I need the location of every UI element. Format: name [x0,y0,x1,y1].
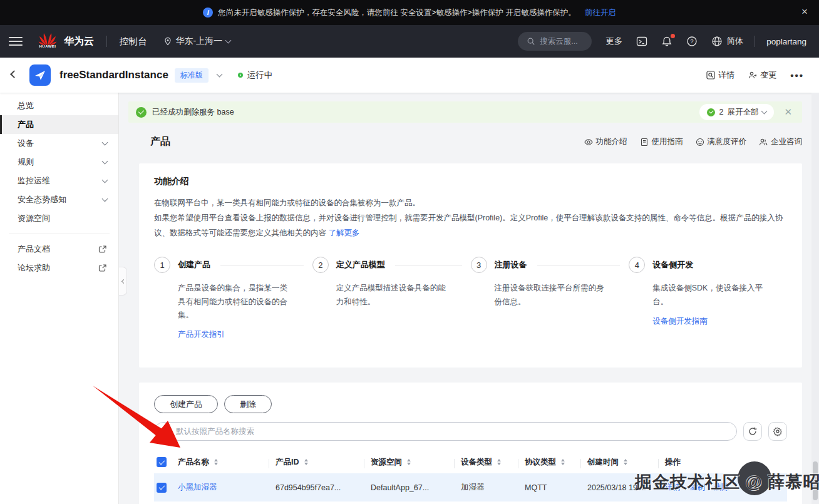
enterprise-consult-link[interactable]: 企业咨询 [759,136,802,147]
sidebar-item-monitoring[interactable]: 监控运维 [0,172,118,190]
sort-icon[interactable] [624,459,627,465]
eye-icon [584,138,593,147]
banner-close-icon[interactable]: × [801,6,808,17]
table-settings-button[interactable] [768,422,787,441]
region-selector[interactable]: 华东-上海一 [163,36,231,47]
cloud-search-input[interactable] [540,37,590,46]
column-header-name[interactable]: 产品名称 [178,457,276,468]
toast-close-icon[interactable]: ✕ [784,106,792,118]
intro-title: 功能介绍 [154,176,787,187]
resource-space-cell: DefaultApp_67... [371,483,461,492]
column-header-space[interactable]: 资源空间 [371,457,461,468]
more-menu[interactable]: 更多 [605,36,622,47]
sidebar-item-resource-spaces[interactable]: 资源空间 [0,209,118,228]
sort-icon[interactable] [407,459,411,465]
steps-row: 1 创建产品 产品是设备的集合，是指某一类具有相同能力或特征的设备的合集。 产品… [154,257,787,340]
header-divider [106,36,107,47]
sidebar-item-products[interactable]: 产品 [0,115,118,134]
huawei-cloud-logo[interactable]: HUAWEI 华为云 [36,32,94,51]
column-header-device-type[interactable]: 设备类型 [461,457,525,468]
column-header-id[interactable]: 产品ID [276,457,371,468]
step-description: 产品是设备的集合，是指某一类具有相同能力或特征的设备的合集。 [178,282,294,322]
people-icon [759,138,768,147]
satisfaction-feedback-link[interactable]: 满意度评价 [696,136,747,147]
notifications-bell-icon[interactable] [661,36,672,47]
row-checkbox[interactable] [157,483,167,493]
sidebar-item-rules[interactable]: 规则 [0,153,118,172]
step-number: 1 [154,257,170,273]
product-search-input[interactable] [176,427,729,436]
huawei-logo-text: HUAWEI [39,44,56,48]
instance-change-button[interactable]: 变更 [748,69,776,81]
refresh-button[interactable] [743,422,762,441]
help-icon[interactable]: ? [686,36,698,47]
sidebar-item-product-docs[interactable]: 产品文档 [0,240,118,259]
step-define-model: 2 定义产品模型 定义产品模型描述设备具备的能力和特性。 [312,257,471,340]
toast-message: 已经成功删除服务 base [152,107,234,118]
protocol-cell: MQTT [525,483,587,492]
console-header: HUAWEI 华为云 控制台 华东-上海一 更多 ? 简体 poplartang [0,25,819,58]
column-header-created[interactable]: 创建时间 [587,457,665,468]
page-title: 产品 [150,135,170,148]
guide-doc-icon [640,138,649,147]
watermark-text: 掘金技术社区 @ 薛慕昭 [635,471,819,493]
cli-icon[interactable] [636,36,647,47]
user-guide-link[interactable]: 使用指南 [640,136,683,147]
sidebar-item-forum-help[interactable]: 论坛求助 [0,259,118,277]
product-search-box[interactable] [154,422,737,441]
banner-open-link[interactable]: 前往开启 [585,8,616,18]
username[interactable]: poplartang [766,37,806,46]
delete-button[interactable]: 删除 [224,395,272,413]
sort-icon[interactable] [561,459,565,465]
toast-expand-all[interactable]: 2 展开全部 [699,104,774,120]
instance-detail-button[interactable]: 详情 [706,69,734,81]
status-running-icon [238,73,243,78]
step-title: 定义产品模型 [336,259,385,270]
sort-icon[interactable] [304,459,308,465]
console-link[interactable]: 控制台 [120,36,147,48]
step-title: 创建产品 [178,259,210,270]
learn-more-link[interactable]: 了解更多 [328,229,359,237]
toast-expand-label: 展开全部 [727,107,758,118]
toast-count: 2 [719,108,723,116]
language-switcher[interactable]: 简体 [711,36,743,47]
step-number: 2 [312,257,329,273]
step-title: 设备侧开发 [652,259,693,270]
red-arrow-annotation [86,381,193,457]
step-device-dev: 4 设备侧开发 集成设备侧SDK，使设备接入平台。 设备侧开发指南 [629,257,787,340]
feature-intro-link[interactable]: 功能介绍 [584,136,627,147]
sidebar-collapse-handle[interactable] [119,267,127,296]
step-description: 定义产品模型描述设备具备的能力和特性。 [336,282,452,309]
product-dev-guide-link[interactable]: 产品开发指引 [178,329,225,340]
instance-more-button[interactable]: ••• [790,70,804,81]
success-toast: 已经成功删除服务 base 2 展开全部 ✕ [128,101,802,123]
step-number: 3 [471,257,487,273]
refresh-icon [748,426,758,436]
column-header-protocol[interactable]: 协议类型 [525,457,587,468]
chevron-down-icon [102,196,108,202]
detail-icon [706,71,715,80]
instance-name: freeStandardInstance [59,69,168,81]
success-check-icon [136,107,147,118]
back-button[interactable] [11,73,17,77]
sort-icon[interactable] [214,459,218,465]
region-label: 华东-上海一 [176,36,223,47]
location-pin-icon [163,37,172,46]
gear-icon [773,426,783,436]
device-dev-guide-link[interactable]: 设备侧开发指南 [652,316,708,327]
info-icon: i [203,8,213,18]
instance-switch-chevron-icon[interactable] [216,71,222,78]
select-all-checkbox[interactable] [157,457,167,467]
instance-edition-badge: 标准版 [175,68,209,83]
sort-icon[interactable] [497,459,501,465]
chevron-down-icon [102,177,108,183]
sidebar-item-overview[interactable]: 总览 [0,96,118,115]
product-name-link[interactable]: 小黑加湿器 [178,482,217,493]
scrollbar-track[interactable] [811,93,819,504]
language-label: 简体 [726,36,743,47]
cloud-search-box[interactable] [518,32,592,51]
search-icon [527,37,535,46]
hamburger-menu-icon[interactable] [9,34,23,48]
sidebar-item-security-posture[interactable]: 安全态势感知 [0,190,118,209]
sidebar-item-devices[interactable]: 设备 [0,134,118,153]
